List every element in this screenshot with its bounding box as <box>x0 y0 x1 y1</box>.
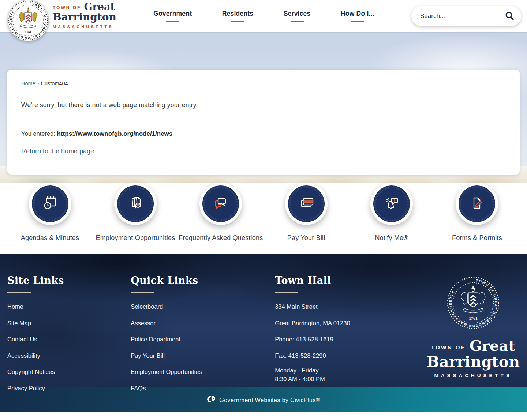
divider <box>131 292 154 293</box>
search-icon <box>505 11 514 22</box>
divider <box>275 292 298 293</box>
footer-link-police-department[interactable]: Police Department <box>131 334 275 345</box>
return-home-link[interactable]: Return to the home page <box>21 147 94 155</box>
footer-link-assessor[interactable]: Assessor <box>131 318 275 329</box>
divider <box>7 292 31 293</box>
town-hall-hours-time: 8:30 AM - 4:00 PM <box>275 375 426 384</box>
civicplus-credit[interactable]: Government Websites by CivicPlus® <box>219 397 320 404</box>
quick-actions-row: Agendas & Minutes Employment <box>7 183 520 242</box>
error-card: Home›Custom404 We're sorry, but there is… <box>7 70 520 175</box>
site-logo[interactable]: TOWN OF GREAT BARRINGTON MASSACHUSETTS 1… <box>7 0 116 41</box>
nav-item-services[interactable]: Services <box>284 10 311 22</box>
site-header: TOWN OF GREAT BARRINGTON MASSACHUSETTS 1… <box>0 0 527 32</box>
svg-text:1761: 1761 <box>25 30 32 34</box>
nav-underline <box>231 21 244 22</box>
logo-great: Great <box>84 2 115 12</box>
site-footer: Site Links Home Site Map Contact Us Acce… <box>0 254 527 387</box>
error-message: We're sorry, but there is not a web page… <box>21 101 506 109</box>
breadcrumb-separator: › <box>37 80 39 86</box>
logo-state: MASSACHUSETTS <box>53 25 116 29</box>
footer-wordmark: TOWN OF Great Barrington MASSACHUSETTS <box>426 338 520 378</box>
footer-logo-town-of: TOWN OF <box>431 345 466 353</box>
civicplus-icon <box>207 395 216 405</box>
town-hall-address2: Great Barrington, MA 01230 <box>275 318 426 329</box>
search-box <box>411 6 521 26</box>
main-nav: Government Residents Services How Do I..… <box>116 10 411 22</box>
footer-link-privacy-policy[interactable]: Privacy Policy <box>7 383 131 394</box>
footer-link-selectboard[interactable]: Selectboard <box>131 301 275 312</box>
quick-action-notify-me[interactable]: Notify Me® <box>349 183 434 242</box>
nav-item-how-do-i[interactable]: How Do I... <box>341 10 374 22</box>
footer-link-home[interactable]: Home <box>7 301 131 312</box>
town-hall-phone: Phone: 413-528-1619 <box>275 334 426 345</box>
breadcrumb: Home›Custom404 <box>21 80 506 86</box>
search-input[interactable] <box>420 12 501 20</box>
nav-item-government[interactable]: Government <box>153 10 192 22</box>
quick-action-agendas-minutes[interactable]: Agendas & Minutes <box>7 183 93 242</box>
footer-link-pay-your-bill[interactable]: Pay Your Bill <box>131 350 275 361</box>
search-button[interactable] <box>505 11 514 22</box>
footer-quick-links: Quick Links Selectboard Assessor Police … <box>131 275 275 387</box>
footer-link-employment-opportunities[interactable]: Employment Opportunities <box>131 366 275 378</box>
quick-action-pay-bill[interactable]: Pay Your Bill <box>264 183 349 242</box>
logo-wordmark: TOWN OF Great Barrington MASSACHUSETTS <box>53 2 116 30</box>
footer-link-site-map[interactable]: Site Map <box>7 318 131 329</box>
quick-action-employment[interactable]: Employment Opportunities <box>93 183 178 242</box>
footer-town-hall-title: Town Hall <box>275 275 426 286</box>
entered-url-line: You entered: https://www.townofgb.org/no… <box>21 130 506 138</box>
breadcrumb-current: Custom404 <box>41 80 68 86</box>
town-hall-hours-days: Monday - Friday <box>275 366 426 375</box>
quick-action-faq[interactable]: Frequently Asked Questions <box>178 183 264 242</box>
quick-actions-section: Agendas & Minutes Employment <box>0 183 527 254</box>
footer-link-faqs[interactable]: FAQs <box>131 383 275 394</box>
footer-link-accessibility[interactable]: Accessibility <box>7 350 131 361</box>
hero-banner: Home›Custom404 We're sorry, but there is… <box>0 32 527 203</box>
footer-town-seal: TOWN OF GREAT BARRINGTON MASSACHUSETTS 1… <box>446 275 501 332</box>
town-seal: TOWN OF GREAT BARRINGTON MASSACHUSETTS 1… <box>7 0 49 41</box>
town-hall-fax: Fax: 413-528-2290 <box>275 350 426 361</box>
footer-link-contact-us[interactable]: Contact Us <box>7 334 131 345</box>
footer-site-links-title: Site Links <box>7 275 131 286</box>
nav-underline <box>351 21 364 22</box>
footer-link-copyright-notices[interactable]: Copyright Notices <box>7 366 131 378</box>
entered-url: https://www.townofgb.org/node/1/news <box>57 130 173 137</box>
entered-label: You entered: <box>21 130 57 137</box>
quick-action-forms-permits[interactable]: Forms & Permits <box>434 183 520 242</box>
svg-text:1761: 1761 <box>469 316 478 321</box>
town-hall-address1: 334 Main Street <box>275 301 426 312</box>
footer-site-links: Site Links Home Site Map Contact Us Acce… <box>7 275 131 387</box>
footer-logo-barrington: Barrington <box>426 355 520 370</box>
footer-logo: TOWN OF GREAT BARRINGTON MASSACHUSETTS 1… <box>426 275 520 387</box>
nav-underline <box>166 21 179 22</box>
footer-town-hall: Town Hall 334 Main Street Great Barringt… <box>275 275 426 387</box>
nav-item-residents[interactable]: Residents <box>222 10 253 22</box>
logo-barrington: Barrington <box>53 12 116 22</box>
footer-quick-links-title: Quick Links <box>131 275 275 286</box>
breadcrumb-home-link[interactable]: Home <box>21 80 35 86</box>
footer-logo-state: MASSACHUSETTS <box>426 373 520 378</box>
nav-underline <box>291 21 304 22</box>
footer-logo-great: Great <box>470 338 515 353</box>
